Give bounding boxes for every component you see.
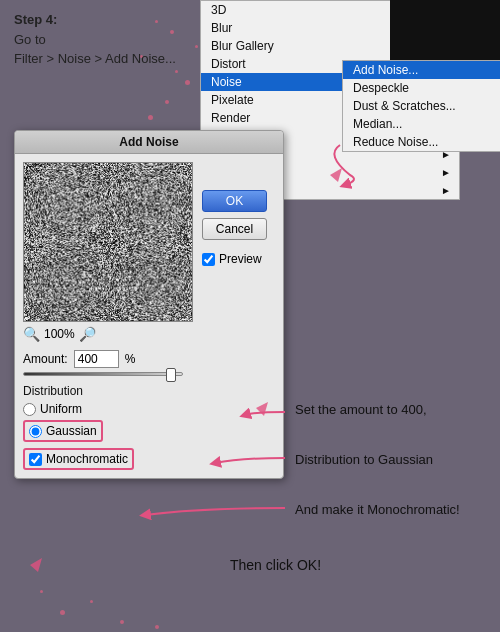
gaussian-radio-row: Gaussian [23,420,103,442]
annotation-ok: Then click OK! [230,555,321,576]
preview-checkbox[interactable] [202,253,215,266]
annotation-distribution: Distribution to Gaussian [295,450,433,470]
arrow-icon: ► [441,167,451,178]
step-number: Step 4: [14,12,57,27]
step-line2: Filter > Noise > Add Noise... [14,51,176,66]
dialog-inner: OK Cancel Preview 🔍 100% 🔎 Amount: % [23,162,275,470]
monochromatic-row: Monochromatic [23,448,134,470]
uniform-label: Uniform [40,402,82,416]
zoom-row: 🔍 100% 🔎 [23,326,275,342]
arrow-icon: ► [441,185,451,196]
submenu-despeckle[interactable]: Despeckle [343,79,500,97]
svg-marker-1 [30,558,42,572]
amount-label: Amount: [23,352,68,366]
dialog-title: Add Noise [15,131,283,154]
amount-row: Amount: % [23,350,275,368]
zoom-in-icon[interactable]: 🔎 [79,326,96,342]
slider-thumb[interactable] [166,368,176,382]
slider-row [23,372,275,376]
amount-slider[interactable] [23,372,183,376]
step-label: Step 4: Go to Filter > Noise > Add Noise… [14,10,176,69]
monochromatic-checkbox[interactable] [29,453,42,466]
dialog-buttons: OK Cancel Preview [202,190,267,266]
distribution-label: Distribution [23,384,275,398]
preview-row: Preview [202,252,267,266]
submenu-dust-scratches[interactable]: Dust & Scratches... [343,97,500,115]
annotation-monochromatic: And make it Monochromatic! [295,500,460,520]
cancel-button[interactable]: Cancel [202,218,267,240]
uniform-radio[interactable] [23,403,36,416]
amount-input[interactable] [74,350,119,368]
gaussian-radio[interactable] [29,425,42,438]
noise-preview-canvas [23,162,193,322]
ok-button[interactable]: OK [202,190,267,212]
annotation-amount: Set the amount to 400, [295,400,427,420]
preview-label: Preview [219,252,262,266]
percent-label: % [125,352,136,366]
zoom-percent: 100% [44,327,75,341]
submenu-reduce-noise[interactable]: Reduce Noise... [343,133,500,151]
step-line1: Go to [14,32,46,47]
submenu-median[interactable]: Median... [343,115,500,133]
add-noise-dialog: Add Noise OK Cancel Preview 🔍 100% 🔎 [14,130,284,479]
zoom-out-icon[interactable]: 🔍 [23,326,40,342]
noise-submenu: Add Noise... Despeckle Dust & Scratches.… [342,60,500,152]
uniform-radio-row: Uniform [23,402,275,416]
monochromatic-label: Monochromatic [46,452,128,466]
gaussian-label: Gaussian [46,424,97,438]
submenu-add-noise[interactable]: Add Noise... [343,61,500,79]
